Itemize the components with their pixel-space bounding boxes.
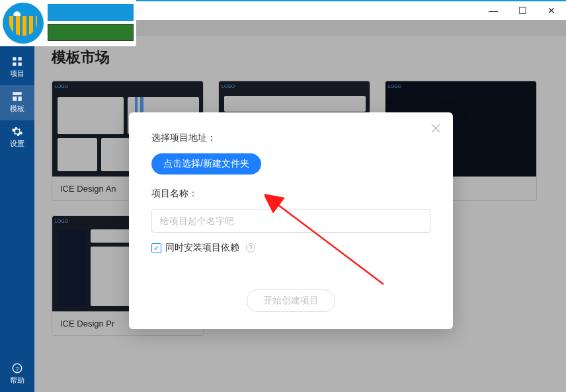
svg-rect-3 <box>19 63 22 66</box>
sidebar-item-help[interactable]: ? 帮助 <box>0 357 34 392</box>
install-deps-row: ✓ 同时安装项目依赖 ? <box>151 242 430 254</box>
install-deps-checkbox[interactable]: ✓ <box>151 243 161 253</box>
address-label: 选择项目地址： <box>151 132 430 144</box>
svg-rect-2 <box>13 63 16 66</box>
create-project-modal: 选择项目地址： 点击选择/新建文件夹 项目名称： ✓ 同时安装项目依赖 ? 开始… <box>129 112 453 329</box>
logo-icon <box>3 3 44 44</box>
sidebar-label: 项目 <box>10 69 24 79</box>
logo-side <box>45 0 136 46</box>
submit-button[interactable]: 开始创建项目 <box>247 290 335 312</box>
svg-rect-6 <box>19 97 22 101</box>
modal-close-button[interactable] <box>429 122 442 135</box>
sidebar-label: 模板 <box>10 104 24 114</box>
minimize-button[interactable]: — <box>479 1 508 20</box>
logo-bar-blue <box>48 4 134 21</box>
gear-icon <box>11 126 23 137</box>
sidebar-label: 帮助 <box>10 375 24 385</box>
svg-text:?: ? <box>15 366 19 372</box>
sidebar-item-settings[interactable]: 设置 <box>0 120 34 155</box>
template-icon <box>11 91 23 102</box>
project-name-label: 项目名称： <box>151 188 430 200</box>
sidebar-item-project[interactable]: 项目 <box>0 50 34 85</box>
help-icon: ? <box>11 362 23 374</box>
grid-icon <box>11 56 23 67</box>
logo-bar-green <box>48 24 134 41</box>
close-button[interactable]: ✕ <box>537 1 566 20</box>
svg-rect-4 <box>13 92 22 95</box>
svg-rect-5 <box>13 97 17 101</box>
sidebar-item-template[interactable]: 模板 <box>0 85 34 120</box>
project-name-input[interactable] <box>151 209 430 233</box>
svg-rect-1 <box>19 57 22 60</box>
sidebar-label: 设置 <box>10 139 24 149</box>
svg-rect-0 <box>13 57 16 60</box>
close-icon <box>431 124 440 133</box>
help-tooltip-icon[interactable]: ? <box>246 243 255 253</box>
modal-footer: 开始创建项目 <box>151 290 430 312</box>
choose-folder-button[interactable]: 点击选择/新建文件夹 <box>151 153 261 175</box>
install-deps-label: 同时安装项目依赖 <box>165 242 239 254</box>
logo-bar <box>0 0 136 46</box>
sidebar: 项目 模板 设置 ? 帮助 <box>0 20 34 392</box>
maximize-button[interactable]: ☐ <box>508 1 537 20</box>
